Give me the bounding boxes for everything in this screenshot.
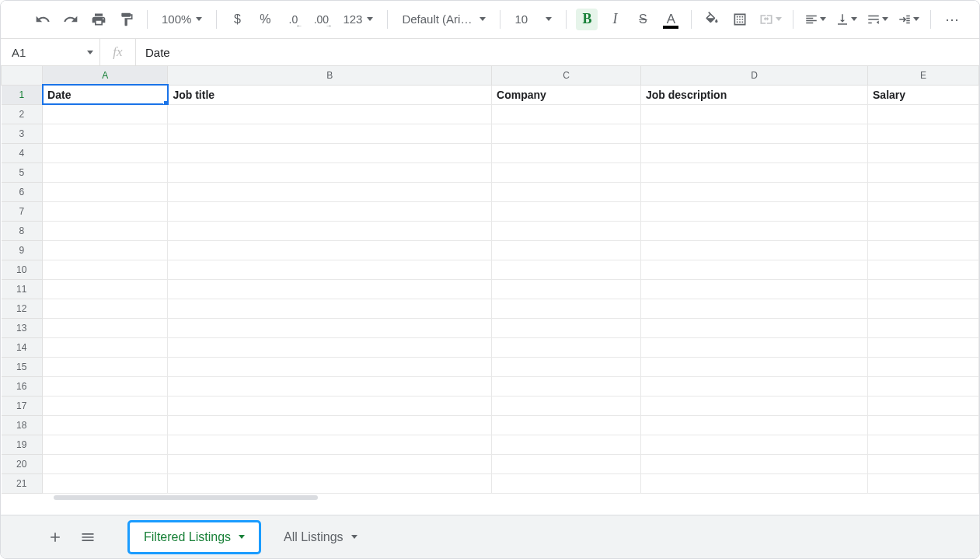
cell-D12[interactable]	[640, 299, 867, 318]
cell-D1[interactable]: Job description	[640, 85, 867, 104]
cell-D9[interactable]	[640, 240, 867, 260]
row-header-3[interactable]: 3	[2, 124, 43, 143]
cell-A1[interactable]: Date	[43, 85, 168, 104]
cell-A6[interactable]	[43, 182, 168, 201]
cell-E19[interactable]	[868, 435, 979, 454]
cell-B15[interactable]	[168, 357, 492, 376]
percent-button[interactable]: %	[254, 9, 276, 30]
row-header-15[interactable]: 15	[2, 357, 43, 376]
cell-E14[interactable]	[868, 337, 979, 357]
name-box[interactable]: A1	[1, 39, 100, 65]
sheet-tab-all-listings[interactable]: All Listings	[270, 522, 371, 552]
cell-D7[interactable]	[640, 201, 867, 221]
cell-B13[interactable]	[168, 318, 492, 337]
column-header-D[interactable]: D	[640, 66, 867, 85]
row-header-10[interactable]: 10	[2, 260, 43, 279]
cell-C12[interactable]	[492, 299, 641, 318]
cell-C14[interactable]	[492, 337, 641, 357]
cell-B18[interactable]	[168, 415, 492, 435]
font-size-dropdown[interactable]: 10	[510, 9, 556, 30]
cell-A14[interactable]	[43, 337, 168, 357]
cell-D3[interactable]	[640, 124, 867, 143]
cell-B4[interactable]	[168, 143, 492, 162]
cell-E12[interactable]	[868, 299, 979, 318]
decrease-decimal-button[interactable]: .0 ←	[282, 9, 304, 30]
column-header-B[interactable]: B	[168, 66, 492, 85]
cell-C3[interactable]	[492, 124, 641, 143]
cell-A12[interactable]	[43, 299, 168, 318]
cell-D18[interactable]	[640, 415, 867, 435]
select-all-corner[interactable]	[2, 66, 43, 85]
cell-E16[interactable]	[868, 376, 979, 396]
print-button[interactable]	[88, 9, 110, 30]
row-header-18[interactable]: 18	[2, 415, 43, 435]
cell-A15[interactable]	[43, 357, 168, 376]
cell-B5[interactable]	[168, 162, 492, 182]
horizontal-align-button[interactable]	[803, 9, 828, 30]
cell-C9[interactable]	[492, 240, 641, 260]
cell-E4[interactable]	[868, 143, 979, 162]
cell-D17[interactable]	[640, 396, 867, 415]
row-header-17[interactable]: 17	[2, 396, 43, 415]
cell-A20[interactable]	[43, 454, 168, 473]
cell-E5[interactable]	[868, 162, 979, 182]
cell-C8[interactable]	[492, 221, 641, 240]
column-header-E[interactable]: E	[868, 66, 979, 85]
cell-C20[interactable]	[492, 454, 641, 473]
paint-format-button[interactable]	[116, 9, 138, 30]
row-header-4[interactable]: 4	[2, 143, 43, 162]
row-header-9[interactable]: 9	[2, 240, 43, 260]
cell-E10[interactable]	[868, 260, 979, 279]
cell-B6[interactable]	[168, 182, 492, 201]
cell-B3[interactable]	[168, 124, 492, 143]
cell-B9[interactable]	[168, 240, 492, 260]
bold-button[interactable]: B	[576, 9, 598, 30]
row-header-21[interactable]: 21	[2, 473, 43, 493]
row-header-8[interactable]: 8	[2, 221, 43, 240]
cell-D4[interactable]	[640, 143, 867, 162]
cell-D13[interactable]	[640, 318, 867, 337]
more-formats-dropdown[interactable]: 123	[338, 9, 378, 30]
cell-B7[interactable]	[168, 201, 492, 221]
row-header-12[interactable]: 12	[2, 299, 43, 318]
cell-A21[interactable]	[43, 473, 168, 493]
cell-B2[interactable]	[168, 104, 492, 124]
cell-C17[interactable]	[492, 396, 641, 415]
cell-E7[interactable]	[868, 201, 979, 221]
text-wrap-button[interactable]	[865, 9, 890, 30]
cell-A4[interactable]	[43, 143, 168, 162]
cell-D5[interactable]	[640, 162, 867, 182]
fill-color-button[interactable]	[701, 9, 723, 30]
cell-A18[interactable]	[43, 415, 168, 435]
cell-C6[interactable]	[492, 182, 641, 201]
more-toolbar-button[interactable]: ⋯	[942, 9, 964, 30]
cell-A8[interactable]	[43, 221, 168, 240]
row-header-5[interactable]: 5	[2, 162, 43, 182]
redo-button[interactable]	[60, 9, 82, 30]
column-header-A[interactable]: A	[43, 66, 168, 85]
column-header-C[interactable]: C	[492, 66, 641, 85]
cell-D10[interactable]	[640, 260, 867, 279]
row-header-16[interactable]: 16	[2, 376, 43, 396]
sheet-tab-filtered-listings[interactable]: Filtered Listings	[130, 522, 259, 552]
cell-A13[interactable]	[43, 318, 168, 337]
cell-C18[interactable]	[492, 415, 641, 435]
cell-A11[interactable]	[43, 279, 168, 299]
cell-C21[interactable]	[492, 473, 641, 493]
cell-E3[interactable]	[868, 124, 979, 143]
cell-D21[interactable]	[640, 473, 867, 493]
row-header-6[interactable]: 6	[2, 182, 43, 201]
cell-C16[interactable]	[492, 376, 641, 396]
cell-A10[interactable]	[43, 260, 168, 279]
cell-A5[interactable]	[43, 162, 168, 182]
cell-C11[interactable]	[492, 279, 641, 299]
cell-D6[interactable]	[640, 182, 867, 201]
zoom-dropdown[interactable]: 100%	[157, 9, 207, 30]
cell-E17[interactable]	[868, 396, 979, 415]
cell-D11[interactable]	[640, 279, 867, 299]
borders-button[interactable]	[729, 9, 751, 30]
cell-B8[interactable]	[168, 221, 492, 240]
row-header-19[interactable]: 19	[2, 435, 43, 454]
cell-C15[interactable]	[492, 357, 641, 376]
cell-B12[interactable]	[168, 299, 492, 318]
